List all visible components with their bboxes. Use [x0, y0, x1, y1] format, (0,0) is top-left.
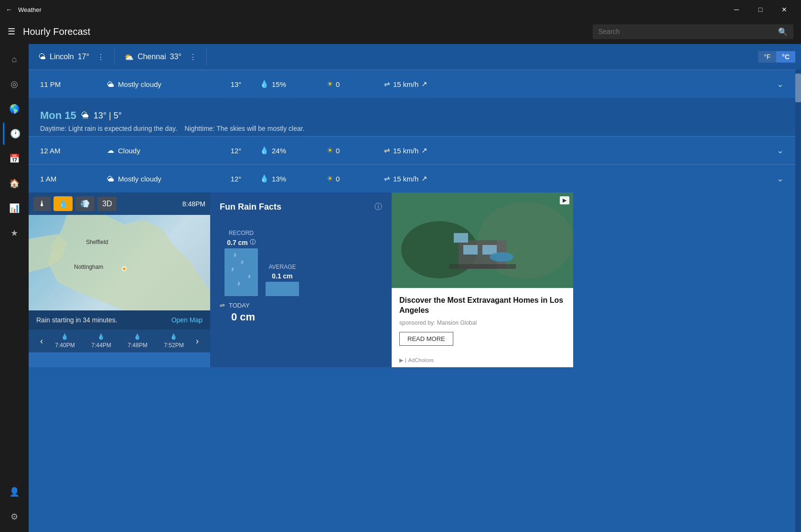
- svg-marker-0: [48, 215, 210, 310]
- precip-pct: 13%: [272, 175, 286, 183]
- expand-button[interactable]: ⌄: [777, 173, 784, 184]
- forecast-time: 1 AM: [40, 175, 107, 183]
- open-map-link[interactable]: Open Map: [171, 316, 203, 324]
- chennai-icon: ⛅: [124, 53, 134, 62]
- timeline-time: 7:40PM: [55, 342, 75, 349]
- rain-widget-title: Fun Rain Facts: [220, 202, 281, 212]
- ad-read-more-button[interactable]: READ MORE: [399, 332, 453, 346]
- rain-widget-header: Fun Rain Facts ⓘ: [220, 202, 382, 212]
- sidebar-item-profile[interactable]: 👤: [3, 480, 26, 503]
- ad-badge: ▶: [560, 196, 569, 204]
- drop-icon: 💧: [260, 146, 269, 155]
- chennai-temp: 33°: [170, 53, 182, 61]
- timeline-time: 7:48PM: [128, 342, 147, 349]
- day-name: Mon 15: [40, 109, 76, 122]
- wind-tool-button[interactable]: 💨: [75, 196, 95, 211]
- day-header: Mon 15 🌦 13° | 5° Daytime: Light rain is…: [29, 98, 795, 136]
- uv-value: 0: [336, 147, 340, 155]
- sidebar-item-settings[interactable]: ⚙: [3, 505, 26, 528]
- forecast-uv: ☀ 0: [327, 146, 384, 155]
- ad-headline: Discover the Most Extravagant Homes in L…: [399, 296, 566, 316]
- svg-rect-6: [463, 245, 478, 255]
- condition-icon: 🌥: [107, 175, 114, 183]
- minimize-button[interactable]: ─: [726, 2, 748, 17]
- scrollbar-thumb[interactable]: [795, 74, 801, 102]
- sidebar-item-calendar[interactable]: 📅: [3, 147, 26, 170]
- timeline-icon: 💧: [134, 333, 141, 340]
- drop-icon: 💧: [260, 174, 269, 183]
- day-temp-range: 13° | 5°: [94, 111, 122, 121]
- chennai-name: Chennai: [138, 53, 166, 61]
- lincoln-temp: 17°: [78, 53, 89, 61]
- average-label: AVERAGE: [268, 264, 296, 270]
- search-icon[interactable]: 🔍: [778, 27, 788, 36]
- wind-icon: ⇌: [384, 146, 390, 155]
- rain-info-icon[interactable]: ⓘ: [374, 202, 382, 212]
- sidebar-item-favorites[interactable]: ★: [3, 222, 26, 245]
- timeline-prev-button[interactable]: ‹: [36, 334, 47, 348]
- celsius-button[interactable]: °C: [776, 51, 795, 63]
- wind-dir-icon: ↗: [421, 174, 427, 183]
- timeline-next-button[interactable]: ›: [192, 334, 203, 348]
- ad-content: Discover the Most Extravagant Homes in L…: [392, 288, 573, 353]
- page-title: Hourly Forecast: [23, 26, 585, 37]
- maximize-button[interactable]: □: [749, 2, 771, 17]
- ad-footer: ▶ | AdChoices: [392, 353, 573, 367]
- wind-icon: ⇌: [384, 174, 390, 183]
- sidebar-item-location[interactable]: ◎: [3, 73, 26, 96]
- window-controls: ─ □ ✕: [726, 2, 795, 17]
- timeline-icon: 💧: [61, 333, 68, 340]
- app-title-bar: Weather: [18, 6, 720, 13]
- timeline-items: 💧 7:40PM 💧 7:44PM 💧 7:48PM: [47, 333, 192, 349]
- ad-sponsor: sponsored by: Mansion Global: [399, 319, 566, 326]
- wind-speed: 15 km/h: [393, 175, 418, 183]
- condition-icon: ☁: [107, 146, 114, 155]
- uv-value: 0: [336, 80, 340, 88]
- uv-value: 0: [336, 175, 340, 183]
- timeline-item: 💧 7:44PM: [91, 333, 111, 349]
- search-input[interactable]: [598, 28, 774, 35]
- forecast-wind: ⇌ 15 km/h ↗: [384, 174, 777, 183]
- sidebar: ⌂ ◎ 🌎 🕐 📅 🏠 📊 ★ 👤 ⚙: [0, 44, 29, 532]
- lincoln-icon: 🌤: [38, 53, 46, 61]
- drop-icon: 💧: [260, 80, 269, 88]
- expand-button[interactable]: ⌄: [777, 145, 784, 156]
- precip-tool-button[interactable]: 💧: [53, 196, 73, 211]
- close-button[interactable]: ✕: [773, 2, 795, 17]
- sidebar-item-charts[interactable]: 📊: [3, 197, 26, 220]
- back-button[interactable]: ←: [6, 6, 12, 13]
- day-description: Daytime: Light rain is expected during t…: [40, 125, 784, 132]
- temp-tool-button[interactable]: 🌡: [33, 197, 51, 211]
- 3d-tool-button[interactable]: 3D: [97, 197, 117, 211]
- map-area: Sheffield Nottingham: [29, 215, 210, 310]
- forecast-uv: ☀ 0: [327, 174, 384, 183]
- forecast-uv: ☀ 0: [327, 80, 384, 88]
- condition-label: Mostly cloudy: [118, 175, 161, 183]
- svg-point-11: [490, 252, 513, 262]
- content-scroll[interactable]: 11 PM 🌥 Mostly cloudy 13° 💧 15% ☀ 0: [29, 70, 795, 532]
- forecast-wind: ⇌ 15 km/h ↗: [384, 80, 777, 88]
- sheffield-label: Sheffield: [86, 239, 108, 245]
- sidebar-item-history[interactable]: 🕐: [3, 122, 26, 145]
- lincoln-more-button[interactable]: ⋮: [97, 53, 105, 62]
- sidebar-item-maps[interactable]: 🏠: [3, 172, 26, 195]
- wind-dir-icon: ↗: [421, 146, 427, 155]
- bottom-widgets: 🌡 💧 💨 3D 8:48PM: [29, 192, 795, 367]
- expand-button[interactable]: ⌄: [777, 79, 784, 89]
- location-tab-chennai[interactable]: ⛅ Chennai 33° ⋮: [115, 49, 207, 65]
- search-box[interactable]: 🔍: [593, 24, 793, 39]
- chennai-more-button[interactable]: ⋮: [189, 53, 197, 62]
- fahrenheit-button[interactable]: °F: [758, 51, 776, 63]
- forecast-condition: 🌥 Mostly cloudy: [107, 175, 212, 183]
- timeline-icon: 💧: [97, 333, 105, 340]
- scrollbar-track[interactable]: [795, 70, 801, 532]
- location-tab-lincoln[interactable]: 🌤 Lincoln 17° ⋮: [29, 49, 115, 65]
- app-header: ☰ Hourly Forecast 🔍: [0, 19, 801, 44]
- sidebar-item-globe[interactable]: 🌎: [3, 97, 26, 120]
- record-info-icon: ⓘ: [250, 238, 256, 246]
- table-row: 12 AM ☁ Cloudy 12° 💧 24% ☀ 0: [29, 136, 795, 164]
- ad-choices-label[interactable]: AdChoices: [408, 357, 434, 363]
- sidebar-item-home[interactable]: ⌂: [3, 48, 26, 71]
- today-label: TODAY: [229, 302, 250, 309]
- menu-button[interactable]: ☰: [8, 26, 15, 37]
